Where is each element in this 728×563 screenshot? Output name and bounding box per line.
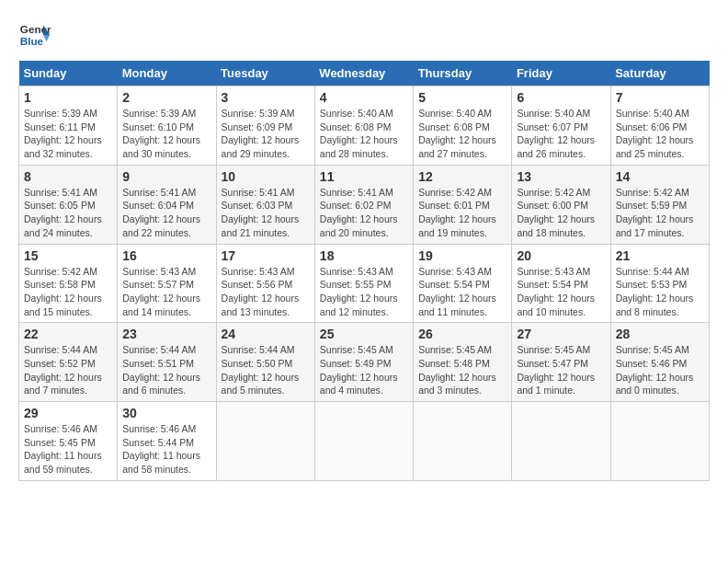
day-info: Sunrise: 5:40 AMSunset: 6:07 PMDaylight:… xyxy=(517,107,605,161)
day-info: Sunrise: 5:41 AMSunset: 6:05 PMDaylight:… xyxy=(24,186,112,240)
day-cell xyxy=(610,402,709,481)
day-number: 2 xyxy=(122,90,210,105)
day-info: Sunrise: 5:43 AMSunset: 5:56 PMDaylight:… xyxy=(222,265,310,319)
day-info: Sunrise: 5:44 AMSunset: 5:52 PMDaylight:… xyxy=(24,343,112,397)
day-number: 7 xyxy=(616,90,704,105)
day-cell: 12 Sunrise: 5:42 AMSunset: 6:01 PMDaylig… xyxy=(414,165,512,244)
day-info: Sunrise: 5:39 AMSunset: 6:11 PMDaylight:… xyxy=(24,107,112,161)
day-number: 16 xyxy=(122,248,210,263)
day-number: 30 xyxy=(122,406,210,420)
day-number: 12 xyxy=(418,169,506,184)
day-number: 6 xyxy=(517,90,605,105)
week-row-4: 22 Sunrise: 5:44 AMSunset: 5:52 PMDaylig… xyxy=(19,323,710,402)
day-cell: 4 Sunrise: 5:40 AMSunset: 6:08 PMDayligh… xyxy=(314,86,413,166)
day-cell: 6 Sunrise: 5:40 AMSunset: 6:07 PMDayligh… xyxy=(512,86,610,166)
day-cell: 26 Sunrise: 5:45 AMSunset: 5:48 PMDaylig… xyxy=(414,323,512,402)
day-cell: 17 Sunrise: 5:43 AMSunset: 5:56 PMDaylig… xyxy=(216,244,314,323)
page-header: General Blue xyxy=(18,18,710,52)
header-friday: Friday xyxy=(512,61,610,86)
day-cell: 18 Sunrise: 5:43 AMSunset: 5:55 PMDaylig… xyxy=(314,244,413,323)
day-number: 1 xyxy=(24,90,112,105)
day-cell: 21 Sunrise: 5:44 AMSunset: 5:53 PMDaylig… xyxy=(610,244,709,323)
day-cell: 20 Sunrise: 5:43 AMSunset: 5:54 PMDaylig… xyxy=(512,244,610,323)
day-cell: 15 Sunrise: 5:42 AMSunset: 5:58 PMDaylig… xyxy=(19,244,118,323)
day-number: 9 xyxy=(122,169,210,184)
day-number: 4 xyxy=(320,90,408,105)
day-cell: 5 Sunrise: 5:40 AMSunset: 6:08 PMDayligh… xyxy=(414,86,512,166)
day-cell: 11 Sunrise: 5:41 AMSunset: 6:02 PMDaylig… xyxy=(314,165,413,244)
day-cell: 1 Sunrise: 5:39 AMSunset: 6:11 PMDayligh… xyxy=(19,86,118,166)
day-info: Sunrise: 5:46 AMSunset: 5:45 PMDaylight:… xyxy=(24,422,112,477)
day-number: 5 xyxy=(418,90,506,105)
day-number: 18 xyxy=(320,248,408,263)
day-number: 26 xyxy=(418,327,506,341)
svg-marker-3 xyxy=(43,35,50,41)
day-cell: 16 Sunrise: 5:43 AMSunset: 5:57 PMDaylig… xyxy=(118,244,216,323)
header-thursday: Thursday xyxy=(414,61,512,86)
day-info: Sunrise: 5:45 AMSunset: 5:46 PMDaylight:… xyxy=(616,343,704,397)
day-cell xyxy=(314,402,413,481)
day-info: Sunrise: 5:40 AMSunset: 6:08 PMDaylight:… xyxy=(418,107,506,161)
day-cell: 23 Sunrise: 5:44 AMSunset: 5:51 PMDaylig… xyxy=(118,323,216,402)
day-cell: 2 Sunrise: 5:39 AMSunset: 6:10 PMDayligh… xyxy=(118,86,216,166)
day-info: Sunrise: 5:43 AMSunset: 5:55 PMDaylight:… xyxy=(320,265,408,319)
header-sunday: Sunday xyxy=(19,61,118,86)
day-number: 23 xyxy=(122,327,210,341)
day-info: Sunrise: 5:44 AMSunset: 5:53 PMDaylight:… xyxy=(616,265,704,319)
day-number: 8 xyxy=(24,169,112,184)
day-number: 27 xyxy=(517,327,605,341)
day-info: Sunrise: 5:42 AMSunset: 6:01 PMDaylight:… xyxy=(418,186,506,240)
day-number: 15 xyxy=(24,248,112,263)
day-info: Sunrise: 5:41 AMSunset: 6:04 PMDaylight:… xyxy=(122,186,210,240)
header-saturday: Saturday xyxy=(610,61,709,86)
day-number: 19 xyxy=(418,248,506,263)
day-info: Sunrise: 5:41 AMSunset: 6:03 PMDaylight:… xyxy=(222,186,310,240)
calendar-table: SundayMondayTuesdayWednesdayThursdayFrid… xyxy=(18,61,710,481)
day-info: Sunrise: 5:39 AMSunset: 6:09 PMDaylight:… xyxy=(222,107,310,161)
header-monday: Monday xyxy=(118,61,216,86)
day-info: Sunrise: 5:46 AMSunset: 5:44 PMDaylight:… xyxy=(122,422,210,477)
day-cell: 14 Sunrise: 5:42 AMSunset: 5:59 PMDaylig… xyxy=(610,165,709,244)
day-cell: 22 Sunrise: 5:44 AMSunset: 5:52 PMDaylig… xyxy=(19,323,118,402)
week-row-5: 29 Sunrise: 5:46 AMSunset: 5:45 PMDaylig… xyxy=(19,402,710,481)
day-number: 11 xyxy=(320,169,408,184)
day-cell: 3 Sunrise: 5:39 AMSunset: 6:09 PMDayligh… xyxy=(216,86,314,166)
logo-icon: General Blue xyxy=(18,18,51,52)
day-info: Sunrise: 5:42 AMSunset: 5:59 PMDaylight:… xyxy=(616,186,704,240)
week-row-1: 1 Sunrise: 5:39 AMSunset: 6:11 PMDayligh… xyxy=(19,86,710,166)
day-info: Sunrise: 5:44 AMSunset: 5:50 PMDaylight:… xyxy=(222,343,310,397)
day-info: Sunrise: 5:40 AMSunset: 6:08 PMDaylight:… xyxy=(320,107,408,161)
day-info: Sunrise: 5:41 AMSunset: 6:02 PMDaylight:… xyxy=(320,186,408,240)
day-info: Sunrise: 5:43 AMSunset: 5:54 PMDaylight:… xyxy=(517,265,605,319)
day-number: 22 xyxy=(24,327,112,341)
day-number: 3 xyxy=(222,90,310,105)
header-tuesday: Tuesday xyxy=(216,61,314,86)
day-number: 29 xyxy=(24,406,112,420)
day-info: Sunrise: 5:45 AMSunset: 5:49 PMDaylight:… xyxy=(320,343,408,397)
day-cell: 13 Sunrise: 5:42 AMSunset: 6:00 PMDaylig… xyxy=(512,165,610,244)
svg-text:Blue: Blue xyxy=(20,35,44,47)
day-number: 14 xyxy=(616,169,704,184)
day-cell: 25 Sunrise: 5:45 AMSunset: 5:49 PMDaylig… xyxy=(314,323,413,402)
day-info: Sunrise: 5:40 AMSunset: 6:06 PMDaylight:… xyxy=(616,107,704,161)
day-cell: 27 Sunrise: 5:45 AMSunset: 5:47 PMDaylig… xyxy=(512,323,610,402)
day-cell: 7 Sunrise: 5:40 AMSunset: 6:06 PMDayligh… xyxy=(610,86,709,166)
day-number: 17 xyxy=(222,248,310,263)
day-number: 28 xyxy=(616,327,704,341)
day-info: Sunrise: 5:43 AMSunset: 5:54 PMDaylight:… xyxy=(418,265,506,319)
day-info: Sunrise: 5:45 AMSunset: 5:48 PMDaylight:… xyxy=(418,343,506,397)
day-cell: 9 Sunrise: 5:41 AMSunset: 6:04 PMDayligh… xyxy=(118,165,216,244)
day-number: 24 xyxy=(222,327,310,341)
day-number: 13 xyxy=(517,169,605,184)
day-cell: 8 Sunrise: 5:41 AMSunset: 6:05 PMDayligh… xyxy=(19,165,118,244)
day-info: Sunrise: 5:43 AMSunset: 5:57 PMDaylight:… xyxy=(122,265,210,319)
week-row-3: 15 Sunrise: 5:42 AMSunset: 5:58 PMDaylig… xyxy=(19,244,710,323)
day-number: 20 xyxy=(517,248,605,263)
logo: General Blue xyxy=(18,18,51,52)
day-number: 25 xyxy=(320,327,408,341)
day-cell: 24 Sunrise: 5:44 AMSunset: 5:50 PMDaylig… xyxy=(216,323,314,402)
day-info: Sunrise: 5:39 AMSunset: 6:10 PMDaylight:… xyxy=(122,107,210,161)
day-cell xyxy=(512,402,610,481)
day-info: Sunrise: 5:44 AMSunset: 5:51 PMDaylight:… xyxy=(122,343,210,397)
day-info: Sunrise: 5:42 AMSunset: 5:58 PMDaylight:… xyxy=(24,265,112,319)
